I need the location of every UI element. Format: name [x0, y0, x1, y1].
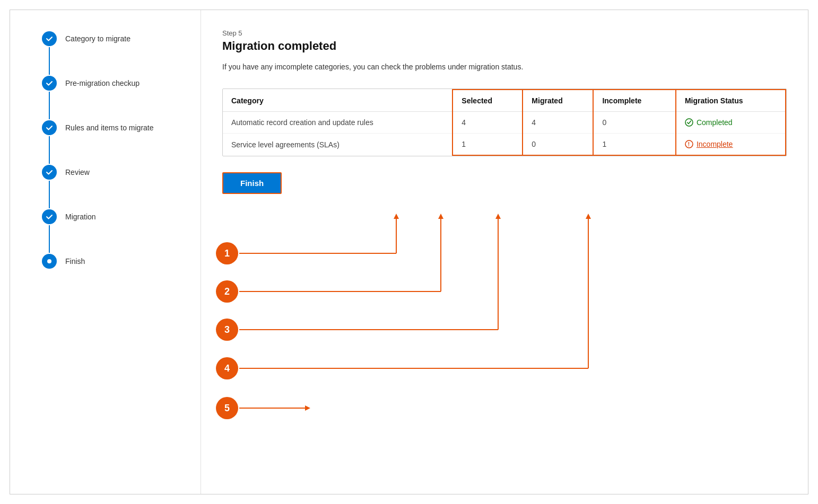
col-header-status: Migration Status — [676, 90, 786, 112]
table-row-1: Automatic record creation and update rul… — [223, 112, 786, 134]
row2-category: Service level agreements (SLAs) — [223, 134, 452, 156]
step-3-label: Rules and items to migrate — [65, 120, 154, 134]
row2-incomplete: 1 — [593, 134, 676, 156]
annotation-3: 3 — [216, 319, 238, 341]
row2-migrated: 0 — [523, 134, 593, 156]
sidebar-step-4: Review — [42, 165, 185, 209]
svg-marker-6 — [394, 214, 399, 219]
sidebar: Category to migrate Pre-migration checku… — [10, 10, 201, 494]
row1-category: Automatic record creation and update rul… — [223, 112, 452, 134]
row1-migrated: 4 — [523, 112, 593, 134]
step-6-label: Finish — [65, 254, 85, 267]
migration-table-container: Category Selected Migrated Incomplete Mi… — [222, 89, 787, 156]
svg-marker-9 — [438, 214, 443, 219]
svg-point-1 — [685, 119, 693, 126]
step-line-2 — [49, 92, 50, 119]
annotation-5: 5 — [216, 397, 238, 419]
row2-selected: 1 — [452, 134, 523, 156]
row2-status-label[interactable]: Incomplete — [697, 140, 733, 148]
row1-status-label: Completed — [697, 118, 733, 127]
svg-marker-15 — [586, 214, 591, 219]
finish-button[interactable]: Finish — [222, 172, 282, 194]
step-5-circle — [42, 209, 57, 224]
step-1-circle — [42, 31, 57, 46]
svg-marker-17 — [305, 405, 310, 411]
step-3-circle — [42, 120, 57, 135]
svg-marker-12 — [495, 214, 501, 219]
step-2-circle — [42, 76, 57, 91]
sidebar-step-1: Category to migrate — [42, 31, 185, 76]
annotation-arrows — [201, 10, 808, 494]
step-line-1 — [49, 47, 50, 75]
sidebar-step-5: Migration — [42, 209, 185, 254]
sidebar-step-3: Rules and items to migrate — [42, 120, 185, 165]
row1-selected: 4 — [452, 112, 523, 134]
sidebar-step-2: Pre-migration checkup — [42, 76, 185, 120]
svg-point-0 — [47, 259, 51, 263]
step-4-label: Review — [65, 165, 90, 178]
migration-table: Category Selected Migrated Incomplete Mi… — [223, 89, 786, 156]
step-1-label: Category to migrate — [65, 31, 130, 45]
page-description: If you have any imcomplete categories, y… — [222, 61, 594, 73]
col-header-selected: Selected — [452, 90, 523, 112]
sidebar-step-6: Finish — [42, 254, 185, 269]
row2-status: ! Incomplete — [676, 134, 786, 156]
annotation-4: 4 — [216, 357, 238, 379]
step-2-label: Pre-migration checkup — [65, 76, 140, 89]
col-header-category: Category — [223, 90, 452, 112]
step-line-4 — [49, 181, 50, 208]
svg-text:!: ! — [688, 142, 690, 147]
step-line-5 — [49, 225, 50, 253]
row1-status: Completed — [676, 112, 786, 134]
step-5-label: Migration — [65, 209, 96, 223]
col-header-incomplete: Incomplete — [593, 90, 676, 112]
annotation-1: 1 — [216, 242, 238, 264]
step-line-3 — [49, 136, 50, 164]
page-title: Migration completed — [222, 39, 787, 53]
status-completed-icon-row1: Completed — [685, 118, 777, 127]
annotation-2: 2 — [216, 280, 238, 303]
button-row: Finish — [222, 172, 787, 194]
step-4-circle — [42, 165, 57, 180]
status-incomplete-icon-row2[interactable]: ! Incomplete — [685, 140, 777, 148]
main-content: Step 5 Migration completed If you have a… — [201, 10, 808, 494]
col-header-migrated: Migrated — [523, 90, 593, 112]
step-number: Step 5 — [222, 29, 787, 37]
row1-incomplete: 0 — [593, 112, 676, 134]
table-row-2: Service level agreements (SLAs) 1 0 1 ! — [223, 134, 786, 156]
step-6-circle — [42, 254, 57, 269]
